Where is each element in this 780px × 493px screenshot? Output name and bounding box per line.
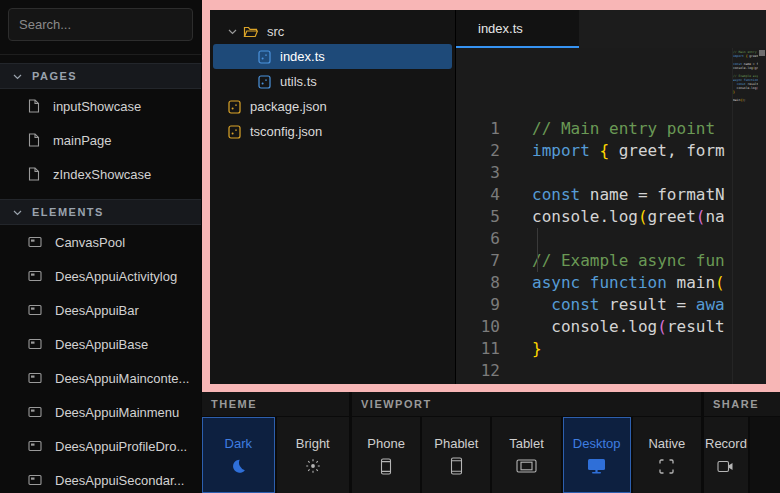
code-token: awa <box>696 295 725 314</box>
toolbar-group-buttons: PhonePhabletTabletDesktopNative <box>352 417 701 493</box>
phone-button[interactable]: Phone <box>352 417 420 493</box>
phablet-button[interactable]: Phablet <box>422 417 490 493</box>
line-number: 11 <box>456 338 518 360</box>
sidebar-item-canvaspool[interactable]: CanvasPool <box>0 225 201 259</box>
bright-button[interactable]: Bright <box>277 417 350 493</box>
code-pane[interactable]: 1// Main entry point2import { greet, for… <box>456 48 732 384</box>
indent-guide <box>537 228 538 272</box>
sidebar-section-label: PAGES <box>32 70 77 82</box>
sidebar-item-deesappuiprofiledro[interactable]: DeesAppuiProfileDro... <box>0 429 201 463</box>
line-number: 7 <box>456 250 518 272</box>
sidebar-item-deesappuibar[interactable]: DeesAppuiBar <box>0 293 201 327</box>
code-token: // Main entry point <box>532 119 715 138</box>
tree-row-package-json[interactable]: package.json <box>213 94 452 119</box>
toolbar-button-label: Phone <box>367 436 405 451</box>
sidebar-item-deesappuimainmenu[interactable]: DeesAppuiMainmenu <box>0 395 201 429</box>
code-token: ; <box>744 98 746 102</box>
code-token: greet <box>648 207 696 226</box>
native-icon <box>659 458 674 474</box>
code-line[interactable]: 9 const result = awa <box>456 294 732 316</box>
sidebar-item-inputshowcase[interactable]: inputShowcase <box>0 89 201 123</box>
toolbar-group-header: VIEWPORT <box>352 392 701 416</box>
editor-body: 1// Main entry point2import { greet, for… <box>456 48 766 384</box>
phablet-icon <box>450 458 463 474</box>
code-token: console.log <box>532 207 638 226</box>
code-line[interactable]: 2import { greet, form <box>456 140 732 162</box>
tree-row-src[interactable]: src <box>213 19 452 44</box>
code-line[interactable]: 8async function main( <box>456 272 732 294</box>
record-button[interactable]: Record <box>704 417 748 493</box>
code-token: } <box>733 90 735 94</box>
editor-scrollbar[interactable] <box>758 48 766 384</box>
component-icon <box>28 270 42 282</box>
sidebar-item-deesappuibase[interactable]: DeesAppuiBase <box>0 327 201 361</box>
chevron-down-icon <box>13 206 22 218</box>
code-line <box>733 102 758 106</box>
code-line[interactable]: 10 console.log(result <box>456 316 732 338</box>
tab-index-ts[interactable]: index.ts <box>456 10 579 48</box>
tree-row-tsconfig-json[interactable]: tsconfig.json <box>213 119 452 144</box>
line-number: 5 <box>456 206 518 228</box>
code-line[interactable]: 13main(); <box>456 382 732 384</box>
toolbar-button-label: Bright <box>296 436 330 451</box>
line-number: 1 <box>456 118 518 140</box>
search-input[interactable] <box>8 8 193 41</box>
tree-item-label: utils.ts <box>280 74 317 89</box>
tablet-button[interactable]: Tablet <box>492 417 560 493</box>
toolbar-group-share: SHARERecord <box>704 392 780 493</box>
component-icon <box>28 338 42 350</box>
code-text: import { greet, form <box>733 54 758 58</box>
tree-item-label: index.ts <box>280 49 325 64</box>
page-icon <box>28 133 40 147</box>
chevron-down-icon <box>13 70 22 82</box>
sidebar-section-header-elements[interactable]: ELEMENTS <box>0 199 201 225</box>
desktop-button[interactable]: Desktop <box>563 417 631 493</box>
code-text: // Example async fun <box>532 250 725 272</box>
code-token: main <box>532 383 571 384</box>
component-icon <box>28 372 42 384</box>
toolbar-group-label: THEME <box>211 398 257 410</box>
editor-scrollbar-thumb[interactable] <box>759 50 765 56</box>
typescript-file-icon <box>258 75 271 89</box>
sidebar: PAGESinputShowcasemainPagezIndexShowcase… <box>0 0 201 493</box>
toolbar-group-label: SHARE <box>713 398 759 410</box>
tree-row-utils-ts[interactable]: utils.ts <box>213 69 452 94</box>
toolbar-button-label: Native <box>648 436 685 451</box>
code-line[interactable]: 4const name = formatN <box>456 184 732 206</box>
toolbar-group-label: VIEWPORT <box>361 398 432 410</box>
code-line[interactable]: 1// Main entry point <box>456 118 732 140</box>
sidebar-item-mainpage[interactable]: mainPage <box>0 123 201 157</box>
line-number: 3 <box>456 162 518 184</box>
chevron-down-icon <box>228 29 237 35</box>
code-text: const name = formatN <box>532 184 725 206</box>
sidebar-item-label: DeesAppuiSecondar... <box>55 473 184 488</box>
code-token: na <box>705 207 724 226</box>
tree-row-index-ts[interactable]: index.ts <box>213 44 452 69</box>
tree-item-label: tsconfig.json <box>250 124 322 139</box>
sidebar-section-header-pages[interactable]: PAGES <box>0 63 201 89</box>
code-line[interactable]: 11} <box>456 338 732 360</box>
code-line: import { greet, form <box>733 54 758 58</box>
sidebar-item-deesappuisecondar[interactable]: DeesAppuiSecondar... <box>0 463 201 493</box>
json-file-icon <box>228 100 241 114</box>
code-line[interactable]: 3 <box>456 162 732 184</box>
minimap[interactable]: // Main entry pointimport { greet, formc… <box>732 48 758 384</box>
code-text: import { greet, form <box>532 140 725 162</box>
tree-item-label: package.json <box>250 99 327 114</box>
dark-button[interactable]: Dark <box>202 417 275 493</box>
sidebar-item-deesappuimainconte[interactable]: DeesAppuiMainconte... <box>0 361 201 395</box>
code-line[interactable]: 5console.log(greet(na <box>456 206 732 228</box>
native-button[interactable]: Native <box>633 417 701 493</box>
code-line[interactable]: 7// Example async fun <box>456 250 732 272</box>
page-icon <box>28 167 40 181</box>
sidebar-item-zindexshowcase[interactable]: zIndexShowcase <box>0 157 201 191</box>
line-number: 12 <box>456 360 518 382</box>
sidebar-section-label: ELEMENTS <box>32 206 104 218</box>
sidebar-item-label: DeesAppuiBar <box>55 303 139 318</box>
code-line[interactable]: 6 <box>456 228 732 250</box>
code-token: const <box>532 185 580 204</box>
toolbar-group-buttons: DarkBright <box>202 417 349 493</box>
sidebar-item-deesappuiactivitylog[interactable]: DeesAppuiActivitylog <box>0 259 201 293</box>
line-number: 8 <box>456 272 518 294</box>
code-line[interactable]: 12 <box>456 360 732 382</box>
